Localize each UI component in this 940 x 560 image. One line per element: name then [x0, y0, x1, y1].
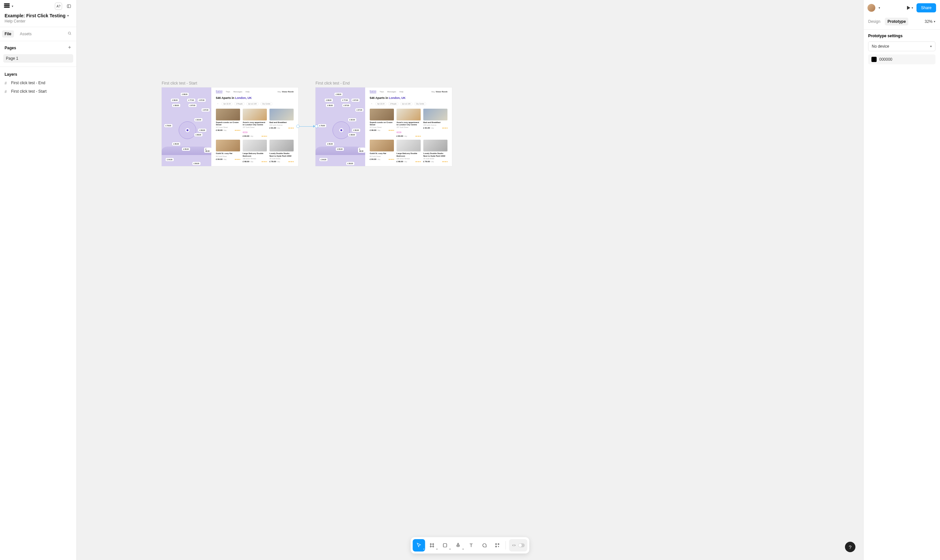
tab-file[interactable]: File	[2, 30, 14, 37]
dev-mode-toggle[interactable]	[509, 539, 528, 552]
map-price-pill[interactable]: £ 86.00	[192, 162, 201, 165]
map-price-pill[interactable]: £ 89.00	[204, 148, 211, 153]
map-price-pill[interactable]: £ 79.00	[164, 124, 173, 127]
listing-card[interactable]: Guild St. cozy flat69 Guild Street£ 84.0…	[216, 140, 240, 162]
filter-chip[interactable]: Up to £ 100	[400, 102, 412, 105]
map-price-pill[interactable]: £ 86.00	[352, 129, 360, 132]
share-button[interactable]: Share	[917, 3, 936, 12]
actions-tool[interactable]	[491, 539, 504, 552]
search-button[interactable]	[67, 31, 72, 37]
map-price-pill[interactable]: £ 95.00	[182, 148, 190, 151]
map-price-pill[interactable]: £ 89.00	[348, 133, 357, 136]
frame-start[interactable]: £ 98.00£ 89.00£ 77.00£ 87.00£ 89.00£ 97.…	[162, 88, 298, 166]
map-price-pill[interactable]: £ 89.00	[326, 104, 334, 107]
map-price-pill[interactable]: £ 95.00	[336, 148, 344, 151]
map-price-pill[interactable]: £ 86.00	[198, 129, 207, 132]
filter-chip[interactable]: Apr 22-24	[221, 102, 233, 105]
prototype-connection-end-node[interactable]	[315, 125, 318, 128]
map-pane[interactable]: £ 98.00£ 89.00£ 77.00£ 87.00£ 89.00£ 97.…	[315, 88, 365, 166]
nav-explore[interactable]: Explore	[216, 90, 222, 93]
prototype-connection-start-node[interactable]	[296, 125, 299, 128]
map-price-pill[interactable]: £ 86.00	[346, 162, 354, 165]
tab-assets[interactable]: Assets	[20, 32, 32, 36]
nav-help[interactable]: Help	[245, 91, 250, 93]
listing-card[interactable]: Large Balcony Double Bedroom168 Union Te…	[397, 140, 421, 162]
frame-label[interactable]: First click test - End	[315, 81, 452, 86]
tab-design[interactable]: Design	[868, 19, 880, 24]
map-price-pill[interactable]: £ 86.00	[326, 142, 334, 146]
listing-card[interactable]: Superb condo on Crown Street24 Crown Str…	[216, 109, 240, 137]
tab-prototype[interactable]: Prototype	[885, 18, 908, 25]
device-select[interactable]: No device ▾	[868, 42, 935, 51]
canvas[interactable]: First click test - Start £ 98.00£ 89.00£…	[77, 0, 863, 560]
background-color-row[interactable]: 000000	[868, 54, 935, 64]
main-menu[interactable]: ▾	[4, 3, 13, 9]
file-title[interactable]: Example: First Click Testing	[5, 13, 65, 18]
comment-tool[interactable]	[478, 539, 491, 552]
filter-chip[interactable]: 2 People	[234, 102, 245, 105]
listing-card[interactable]: Guild St. cozy flat69 Guild Street£ 84.0…	[370, 140, 394, 162]
frame-end[interactable]: £ 98.00£ 89.00£ 77.00£ 87.00£ 89.00£ 97.…	[315, 88, 452, 166]
map-price-pill[interactable]: £ 77.00	[341, 98, 349, 102]
frame-label[interactable]: First click test - Start	[162, 81, 298, 86]
nav-help[interactable]: Help	[400, 91, 403, 93]
map-price-pill[interactable]: £ 87.00	[198, 98, 206, 102]
listing-card[interactable]: Anna's cozy appartment in London City Ce…	[243, 109, 267, 137]
listing-card[interactable]: Bad and Breakfast142 Lenin Avenue£ 91.00…	[269, 109, 293, 137]
chevron-down-icon[interactable]: ▾	[878, 6, 880, 9]
file-project[interactable]: Help Center	[5, 19, 72, 23]
map-price-pill[interactable]: £ 89.00	[171, 98, 179, 102]
page-item[interactable]: Page 1	[3, 54, 73, 63]
map-price-pill[interactable]: £ 86.00	[172, 142, 180, 146]
filter-chip[interactable]: City Centre	[260, 102, 272, 105]
listing-card[interactable]: Superb condo on Crown Street24 Crown Str…	[370, 109, 394, 137]
listing-card[interactable]: Bad and Breakfast142 Lenin Avenue£ 91.00…	[423, 109, 448, 137]
listing-card[interactable]: Large Balcony Double Bedroom168 Union Te…	[243, 140, 267, 162]
map-price-pill[interactable]: £ 89.00	[172, 104, 180, 107]
map-price-pill[interactable]: £ 77.00	[187, 98, 195, 102]
nav-explore[interactable]: Explore	[370, 90, 376, 93]
nav-messages[interactable]: Messages	[233, 91, 242, 93]
chevron-down-icon[interactable]: ▾	[67, 14, 69, 17]
listing-card[interactable]: Lovely Double Studio Next to Hyde Park H…	[269, 140, 293, 162]
zoom-control[interactable]: 32% ▾	[925, 19, 935, 24]
map-price-pill[interactable]: £ 87.00	[352, 98, 360, 102]
help-button[interactable]: ?	[845, 542, 855, 552]
map-price-pill[interactable]: £ 64.00	[165, 158, 174, 161]
map-price-pill[interactable]: £ 89.00	[325, 98, 333, 102]
pen-tool[interactable]: ▾	[452, 539, 465, 552]
filter-chip[interactable]: 2 People	[388, 102, 398, 105]
filters-back[interactable]: ‹	[216, 102, 220, 105]
listing-card[interactable]: Anna's cozy appartment in London City Ce…	[397, 109, 421, 137]
map-price-pill[interactable]: £ 97.00	[188, 104, 197, 107]
present-button[interactable]: ▾	[907, 6, 913, 10]
map-price-pill[interactable]: £ 89.00	[194, 133, 202, 136]
user-avatar[interactable]	[867, 4, 875, 12]
map-price-pill[interactable]: £ 89.00	[358, 148, 365, 153]
nav-trips[interactable]: Trips	[380, 91, 384, 93]
filter-chip[interactable]: Apr 22-24	[375, 102, 386, 105]
ai-actions-button[interactable]: A?	[55, 3, 62, 10]
layer-item[interactable]: First click test - Start	[0, 87, 76, 95]
text-tool[interactable]	[465, 539, 477, 552]
move-tool[interactable]: ▾	[413, 539, 425, 552]
filters-back[interactable]: ‹	[370, 102, 374, 105]
map-price-pill[interactable]: £ 79.00	[318, 124, 326, 127]
map-price-pill[interactable]: £ 97.00	[342, 104, 350, 107]
layer-item[interactable]: First click test - End	[0, 78, 76, 87]
map-price-pill[interactable]: £ 82.00	[348, 118, 357, 122]
listing-card[interactable]: Lovely Double Studio Next to Hyde Park H…	[423, 140, 448, 162]
map-price-pill[interactable]: £ 98.00	[335, 93, 343, 96]
nav-trips[interactable]: Trips	[226, 91, 230, 93]
map-price-pill[interactable]: £ 82.00	[194, 118, 202, 122]
filter-chip[interactable]: Up to £ 100	[246, 102, 259, 105]
prototype-connection-line[interactable]	[299, 126, 313, 127]
map-pane[interactable]: £ 98.00£ 89.00£ 77.00£ 87.00£ 89.00£ 97.…	[162, 88, 211, 166]
add-page-button[interactable]	[67, 45, 72, 51]
toggle-sidebar-button[interactable]	[65, 3, 73, 10]
nav-messages[interactable]: Messages	[387, 91, 396, 93]
map-price-pill[interactable]: £ 98.00	[181, 93, 189, 96]
map-price-pill[interactable]: £ 87.00	[202, 108, 210, 112]
frame-tool[interactable]: ▾	[426, 539, 438, 552]
map-price-pill[interactable]: £ 87.00	[355, 108, 364, 112]
